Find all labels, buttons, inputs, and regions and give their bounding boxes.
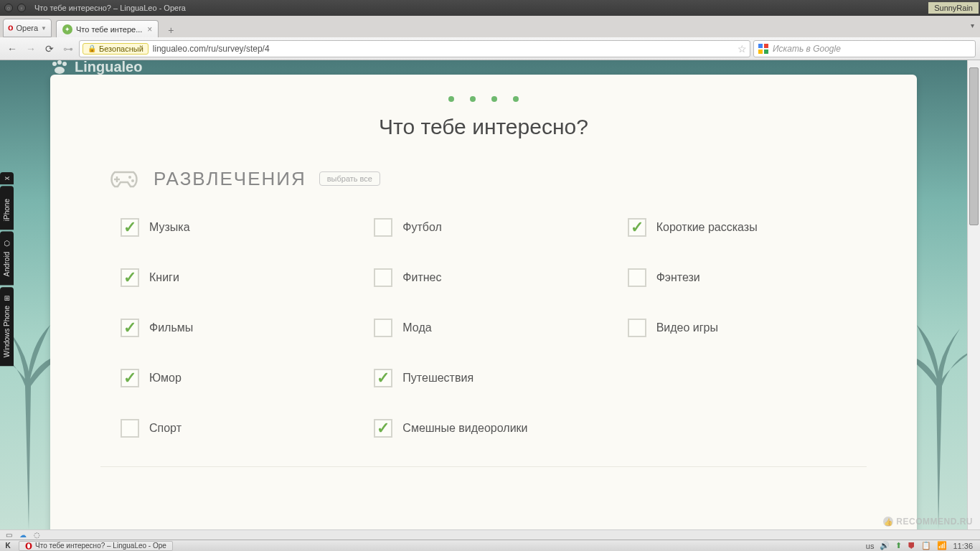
taskbar: K Что тебе интересно? – LinguaLeo - Ope … [0,540,980,551]
panel-icon[interactable]: ▭ [6,531,12,539]
interest-checkbox[interactable] [121,419,139,438]
interest-item[interactable]: Мода [374,319,613,337]
back-button[interactable]: ← [4,41,20,57]
interest-item[interactable]: Музыка [121,218,359,237]
shield-icon[interactable]: ⛊ [908,542,915,550]
interest-label: Юмор [149,372,182,385]
window-menu-button[interactable]: ○ [4,4,13,12]
google-icon [758,44,768,54]
interest-checkbox[interactable] [374,268,392,287]
progress-dot [448,96,454,102]
interest-checkbox[interactable] [628,268,646,287]
interest-checkbox[interactable] [374,369,392,387]
interest-checkbox[interactable] [121,218,139,237]
interest-checkbox[interactable] [121,268,139,287]
clipboard-icon[interactable]: 📋 [921,541,931,550]
wand-button[interactable]: ⊶ [60,41,76,57]
interest-item[interactable]: Видео игры [628,319,867,337]
interest-checkbox[interactable] [374,419,392,438]
interest-item[interactable]: Фильмы [121,319,359,337]
interest-item[interactable]: Фитнес [374,268,613,287]
sidetab-close[interactable]: x [0,172,14,184]
interest-checkbox[interactable] [628,218,646,237]
sync-icon[interactable]: ◌ [34,531,40,539]
window-maximize-button[interactable]: ◦ [17,4,26,12]
browser-tab[interactable]: ✦ Что тебе интере... × [56,20,159,37]
interest-item[interactable]: Фэнтези [628,268,867,287]
page-title: Что тебе интересно? [100,115,867,139]
secure-label: Безопасный [99,44,143,53]
kde-menu-button[interactable]: K [3,541,13,551]
bookmark-star-icon[interactable]: ☆ [738,43,747,55]
interest-item[interactable]: Короткие рассказы [628,218,867,237]
network-icon[interactable]: 📶 [937,541,947,550]
interest-checkbox[interactable] [628,319,646,337]
url-text: lingualeo.com/ru/survey/step/4 [153,44,733,54]
browser-status-bar: ▭ ☁ ◌ [0,529,980,540]
progress-dot [470,96,476,102]
sidetab-iphone[interactable]: iPhone [0,186,14,230]
interest-item[interactable]: Смешные видеоролики [374,419,613,438]
updates-icon[interactable]: ⬆ [895,541,902,550]
brand-name: Lingualeo [75,60,142,75]
paw-icon [50,60,69,75]
search-field[interactable]: Искать в Google [753,40,976,57]
svg-rect-5 [764,50,768,54]
interest-checkbox[interactable] [121,319,139,337]
interest-checkbox[interactable] [121,369,139,387]
side-tabs: x iPhone Android⬡ Windows Phone⊞ [0,172,14,367]
opera-menu-label: Opera [17,24,39,32]
vertical-scrollbar[interactable] [967,60,980,529]
svg-rect-3 [764,44,768,48]
gamepad-icon [108,166,141,191]
interest-label: Футбол [402,221,442,234]
interest-item[interactable]: Юмор [121,369,359,387]
lock-icon: 🔒 [88,44,96,52]
tab-close-button[interactable]: × [147,24,152,34]
address-field[interactable]: 🔒 Безопасный lingualeo.com/ru/survey/ste… [79,40,750,57]
cloud-icon[interactable]: ☁ [19,531,27,539]
address-toolbar: ← → ⟳ ⊶ 🔒 Безопасный lingualeo.com/ru/su… [0,37,980,60]
interest-item[interactable]: Спорт [121,419,359,438]
interest-item[interactable]: Путешествия [374,369,613,387]
select-all-button[interactable]: выбрать все [319,171,380,186]
survey-card: Что тебе интересно? РАЗВЛЕЧЕНИЯ выбрать … [50,75,917,529]
watermark-text: RECOMMEND.RU [896,517,973,527]
svg-point-15 [27,543,30,548]
interest-label: Фитнес [402,271,441,284]
new-tab-button[interactable]: + [163,23,179,37]
clock[interactable]: 11:36 [953,542,973,550]
interest-item[interactable]: Книги [121,268,359,287]
keyboard-layout[interactable]: us [866,542,875,550]
volume-icon[interactable]: 🔊 [880,541,890,550]
sidetab-windows-phone[interactable]: Windows Phone⊞ [0,287,14,366]
interest-item[interactable]: Футбол [374,218,613,237]
svg-point-9 [55,67,65,74]
interest-label: Фэнтези [656,271,700,284]
interest-checkbox[interactable] [374,319,392,337]
secure-badge[interactable]: 🔒 Безопасный [83,43,149,55]
tab-title: Что тебе интере... [76,25,142,34]
android-icon: ⬡ [3,240,11,248]
svg-point-1 [9,26,11,29]
opera-icon [25,542,32,550]
forward-button[interactable]: → [23,41,39,57]
page-viewport: Lingualeo Что тебе интересно? РАЗВЛЕЧЕНИ… [0,60,967,529]
svg-point-7 [57,60,62,65]
interests-grid: МузыкаФутболКороткие рассказыКнигиФитнес… [100,218,867,438]
tabstrip-chevron-icon[interactable]: ▾ [971,22,974,29]
scrollbar-thumb[interactable] [969,67,979,225]
taskbar-task-title: Что тебе интересно? – LinguaLeo - Ope [35,542,166,550]
reload-button[interactable]: ⟳ [42,41,57,57]
opera-logo-icon [8,22,14,34]
interest-checkbox[interactable] [374,218,392,237]
sidetab-android[interactable]: Android⬡ [0,231,14,285]
interest-label: Спорт [149,422,182,435]
brand-header: Lingualeo [50,60,142,75]
taskbar-task[interactable]: Что тебе интересно? – LinguaLeo - Ope [19,541,173,551]
svg-rect-2 [758,44,763,48]
opera-menu-button[interactable]: Opera ▼ [3,19,52,37]
interest-label: Короткие рассказы [656,221,758,234]
progress-dots [100,96,867,102]
interest-label: Путешествия [402,372,473,385]
